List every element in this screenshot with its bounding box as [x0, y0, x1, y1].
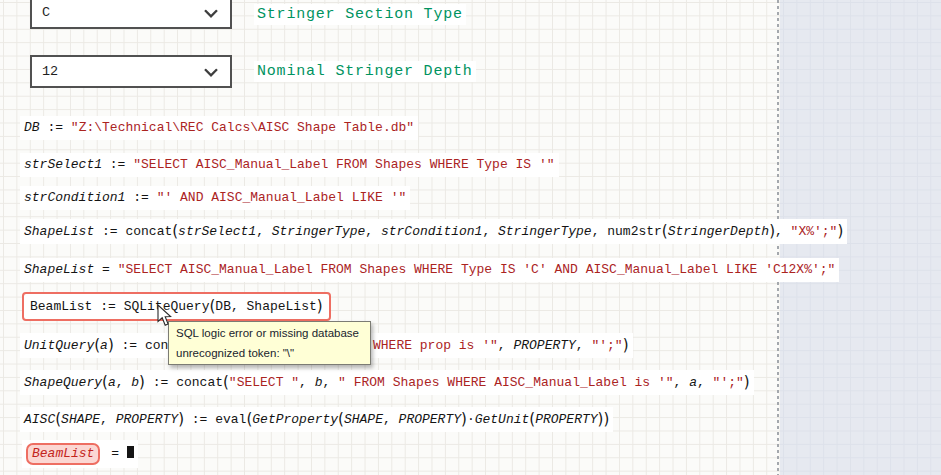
math-token: , [365, 224, 381, 239]
math-token: , [383, 412, 399, 427]
math-token: := [102, 157, 133, 172]
math-token: := [114, 338, 145, 353]
math-token: BeamList [26, 443, 100, 465]
mouse-cursor-icon [157, 305, 173, 327]
math-token: PROPERTY [399, 412, 461, 427]
stringer-type-label: Stringer Section Type [254, 4, 466, 25]
math-token: concat [176, 375, 223, 390]
math-token: "X%';" [791, 224, 838, 239]
chevron-down-icon[interactable] [204, 68, 218, 77]
math-token: a [108, 375, 116, 390]
error-tooltip: SQL logic error or missing database unre… [168, 321, 371, 365]
stringer-depth-dropdown[interactable]: 12 [30, 55, 232, 88]
math-token: := [40, 120, 71, 135]
worksheet-canvas[interactable]: C Stringer Section Type 12 Nominal Strin… [0, 0, 941, 475]
math-token: ) [317, 297, 323, 315]
math-token: ) [744, 373, 750, 391]
math-token: StringerType [498, 224, 592, 239]
math-token: strCondition1 [381, 224, 482, 239]
math-token: := [184, 412, 215, 427]
math-region-unitquery-right[interactable]: WHERE prop is '", PROPERTY, "';") [369, 333, 633, 358]
math-region-shapelist-result[interactable]: ShapeList = "SELECT AISC_Manual_Label FR… [20, 258, 839, 282]
input-placeholder-cursor [127, 446, 134, 458]
math-token: SHAPE [344, 412, 383, 427]
math-token: , [498, 338, 514, 353]
math-token: , [697, 375, 713, 390]
math-token: := [125, 190, 156, 205]
math-token: = [103, 446, 126, 461]
math-token: concat [125, 224, 172, 239]
math-token: num2str [607, 224, 662, 239]
math-token: ShapeList [24, 224, 94, 239]
math-token: ) [837, 222, 843, 240]
math-token: "' AND AISC_Manual_Label LIKE '" [157, 190, 407, 205]
math-token: , [482, 224, 498, 239]
math-token: , [231, 299, 247, 314]
math-token: DB [24, 120, 40, 135]
math-token: GetProperty [252, 412, 338, 427]
math-token: , [116, 375, 132, 390]
math-region-unitquery-left[interactable]: UnitQuery(a) := conc [20, 333, 180, 358]
math-token: = [94, 262, 117, 277]
math-token: ) [623, 336, 629, 354]
math-token: ShapeQuery [24, 375, 102, 390]
math-region-db[interactable]: DB := "Z:\Technical\REC Calcs\AISC Shape… [20, 116, 418, 140]
math-region-strcondition1[interactable]: strCondition1 := "' AND AISC_Manual_Labe… [20, 186, 410, 210]
tooltip-line-2: unrecognized token: "\" [176, 347, 363, 359]
math-region-beamlist-query[interactable]: BeamList := SQLiteQuery(DB, ShapeList) [22, 292, 331, 321]
math-token: SHAPE [61, 412, 100, 427]
math-token: BeamList [30, 299, 92, 314]
math-token: b [315, 375, 323, 390]
dropdown-value: C [42, 5, 50, 20]
math-token: "';" [591, 338, 622, 353]
math-token: ShapeList [247, 299, 317, 314]
math-region-beamlist-result[interactable]: BeamList = [22, 440, 138, 468]
math-token: StringerType [272, 224, 366, 239]
tooltip-line-1: SQL logic error or missing database [176, 327, 363, 339]
stringer-type-dropdown[interactable]: C [30, 0, 232, 29]
math-token: · [467, 412, 475, 427]
math-token: a [689, 375, 697, 390]
math-token: , [775, 224, 791, 239]
math-token: , [592, 224, 608, 239]
math-token: strCondition1 [24, 190, 125, 205]
math-token: , [100, 412, 116, 427]
math-token: a [100, 338, 108, 353]
math-token: UnitQuery [24, 338, 94, 353]
math-region-shapequery[interactable]: ShapeQuery(a, b) := concat("SELECT ", b,… [20, 370, 754, 395]
math-token: := [145, 375, 176, 390]
math-token: strSelect1 [24, 157, 102, 172]
math-token: WHERE prop is '" [373, 338, 498, 353]
math-token: strSelect1 [178, 224, 256, 239]
math-token: AISC [24, 412, 55, 427]
math-token: := [94, 224, 125, 239]
chevron-down-icon[interactable] [204, 9, 218, 18]
math-token: , [674, 375, 690, 390]
math-token: eval [215, 412, 246, 427]
math-token: "SELECT AISC_Manual_Label FROM Shapes WH… [118, 262, 836, 277]
math-token: " FROM Shapes WHERE AISC_Manual_Label is… [338, 375, 673, 390]
dropdown-value: 12 [42, 64, 58, 79]
math-token: "Z:\Technical\REC Calcs\AISC Shape Table… [71, 120, 414, 135]
math-token: "SELECT " [229, 375, 299, 390]
math-token: DB [215, 299, 231, 314]
math-token: b [131, 375, 139, 390]
math-token: , [256, 224, 272, 239]
math-token: StringerDepth [668, 224, 769, 239]
math-token: , [299, 375, 315, 390]
math-token: , [576, 338, 592, 353]
math-token: ShapeList [24, 262, 94, 277]
math-region-strselect1[interactable]: strSelect1 := "SELECT AISC_Manual_Label … [20, 153, 559, 177]
math-token: "SELECT AISC_Manual_Label FROM Shapes WH… [133, 157, 554, 172]
math-token: GetUnit [475, 412, 530, 427]
math-region-shapelist-def[interactable]: ShapeList := concat(strSelect1, Stringer… [20, 219, 847, 244]
math-token: ) [603, 410, 609, 428]
math-token: "';" [713, 375, 744, 390]
math-token: := [92, 299, 123, 314]
math-token: PROPERTY [535, 412, 597, 427]
stringer-depth-label: Nominal Stringer Depth [254, 61, 476, 82]
math-token: PROPERTY [116, 412, 178, 427]
math-region-aisc[interactable]: AISC(SHAPE, PROPERTY) := eval(GetPropert… [20, 407, 613, 432]
math-token: PROPERTY [513, 338, 575, 353]
math-token: , [323, 375, 339, 390]
